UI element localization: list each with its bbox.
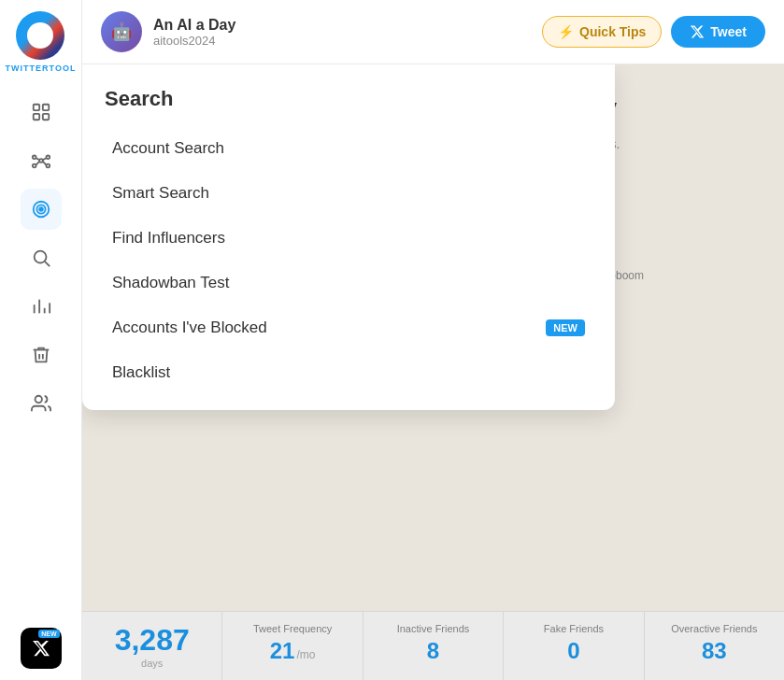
svg-line-11 bbox=[36, 162, 39, 165]
svg-line-9 bbox=[36, 158, 39, 160]
sidebar: TWITTERTOOL bbox=[0, 0, 82, 680]
user-info: 🤖 An AI a Day aitools2024 bbox=[101, 11, 235, 52]
dropdown-item-label: Accounts I've Blocked bbox=[112, 319, 267, 337]
dropdown-item-blocked[interactable]: Accounts I've Blocked NEW bbox=[90, 305, 607, 350]
content-area: Solid Account Quality Consistently engag… bbox=[82, 64, 784, 680]
new-tag-blocked: NEW bbox=[546, 319, 585, 336]
logo-text: TWITTERTOOL bbox=[6, 64, 77, 73]
sidebar-item-dashboard[interactable] bbox=[21, 92, 62, 133]
dropdown-item-shadowban[interactable]: Shadowban Test bbox=[90, 261, 607, 305]
svg-line-17 bbox=[45, 262, 50, 266]
sidebar-item-delete[interactable] bbox=[21, 334, 62, 375]
dropdown-item-smart-search[interactable]: Smart Search bbox=[90, 171, 607, 216]
sidebar-item-users[interactable] bbox=[21, 383, 62, 424]
dropdown-item-label: Account Search bbox=[112, 139, 224, 158]
dropdown-item-find-influencers[interactable]: Find Influencers bbox=[90, 216, 607, 261]
user-details: An AI a Day aitools2024 bbox=[153, 17, 235, 48]
avatar: 🤖 bbox=[101, 11, 142, 52]
header-buttons: ⚡ Quick Tips Tweet bbox=[542, 16, 765, 48]
user-handle: aitools2024 bbox=[153, 34, 235, 48]
dropdown-title: Search bbox=[82, 87, 615, 126]
twitter-icon bbox=[690, 24, 705, 39]
tweet-label: Tweet bbox=[710, 24, 747, 39]
sidebar-item-network[interactable] bbox=[21, 140, 62, 181]
logo-circle bbox=[16, 11, 64, 60]
logo: TWITTERTOOL bbox=[6, 11, 77, 73]
main-content: 🤖 An AI a Day aitools2024 ⚡ Quick Tips T… bbox=[82, 0, 784, 680]
tweet-button[interactable]: Tweet bbox=[671, 16, 765, 48]
sidebar-item-quality[interactable] bbox=[21, 189, 62, 230]
twitter-x-button[interactable]: NEW bbox=[21, 628, 62, 669]
header: 🤖 An AI a Day aitools2024 ⚡ Quick Tips T… bbox=[82, 0, 784, 64]
svg-point-8 bbox=[46, 164, 50, 168]
quick-tips-icon: ⚡ bbox=[558, 24, 574, 39]
svg-rect-3 bbox=[42, 114, 48, 120]
svg-point-7 bbox=[32, 164, 36, 168]
svg-point-5 bbox=[32, 156, 36, 160]
quick-tips-label: Quick Tips bbox=[579, 24, 646, 39]
svg-line-10 bbox=[42, 158, 46, 160]
dropdown-item-blacklist[interactable]: Blacklist bbox=[90, 350, 607, 395]
svg-point-22 bbox=[35, 396, 41, 403]
svg-point-6 bbox=[46, 156, 50, 160]
quick-tips-button[interactable]: ⚡ Quick Tips bbox=[542, 16, 662, 48]
svg-point-16 bbox=[34, 251, 46, 263]
dropdown-item-label: Smart Search bbox=[112, 184, 209, 203]
svg-line-12 bbox=[42, 162, 46, 165]
dropdown-item-account-search[interactable]: Account Search bbox=[90, 126, 607, 171]
svg-point-15 bbox=[39, 207, 43, 211]
user-name: An AI a Day bbox=[153, 17, 235, 34]
dropdown-item-label: Shadowban Test bbox=[112, 274, 229, 292]
svg-point-4 bbox=[39, 159, 43, 163]
svg-rect-2 bbox=[33, 114, 38, 120]
dropdown-item-label: Find Influencers bbox=[112, 229, 225, 248]
sidebar-item-search[interactable] bbox=[21, 237, 62, 278]
new-badge: NEW bbox=[38, 630, 59, 638]
sidebar-item-analytics[interactable] bbox=[21, 286, 62, 327]
dropdown-item-label: Blacklist bbox=[112, 363, 170, 382]
svg-rect-0 bbox=[33, 105, 38, 110]
svg-rect-1 bbox=[42, 105, 48, 110]
dropdown-menu: Search Account Search Smart Search Find … bbox=[82, 64, 615, 410]
